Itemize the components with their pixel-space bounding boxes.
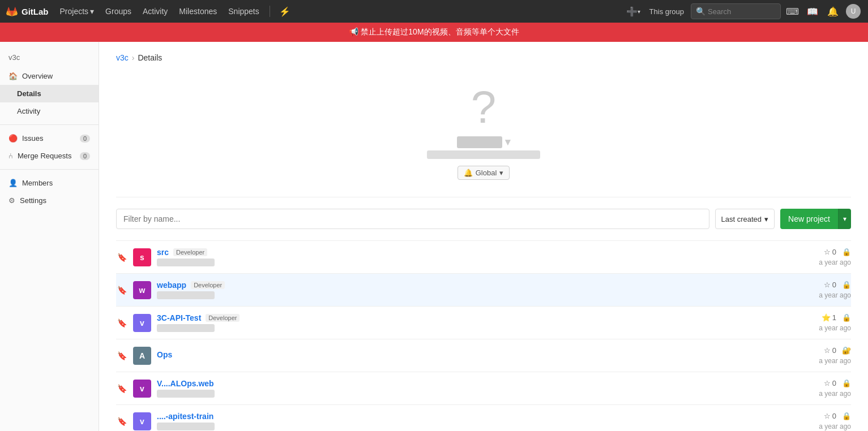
nav-activity[interactable]: Activity <box>137 0 173 23</box>
merge-badge: 0 <box>80 152 90 160</box>
nav-projects[interactable]: Projects ▾ <box>54 0 100 23</box>
star-count: 0 <box>832 248 836 256</box>
issues-badge: 0 <box>80 135 90 143</box>
notification-button[interactable]: 🔔 Global ▾ <box>457 166 510 180</box>
bookmark-icon[interactable]: 🔖 <box>116 318 127 327</box>
search-box[interactable]: 🔍 <box>691 3 781 19</box>
project-row[interactable]: 🔖 v ....-apitest-train ████████████ ☆ 0 … <box>116 405 851 431</box>
nav-snippets[interactable]: Snippets <box>223 0 264 23</box>
star-icon: ☆ <box>824 379 831 387</box>
bookmark-icon[interactable]: 🔖 <box>116 384 127 393</box>
settings-icon: ⚙ <box>8 196 15 205</box>
project-stats: ☆ 0 🔒 <box>824 412 851 420</box>
star-stat: ☆ 0 <box>824 281 836 289</box>
project-title: V....ALOps.web <box>157 379 777 388</box>
nav-avatar[interactable]: U <box>844 2 862 20</box>
nav-keyboard-icon[interactable]: ⌨ <box>783 2 801 20</box>
project-avatar: v <box>133 380 151 398</box>
star-icon: ⭐ <box>822 313 831 322</box>
project-time: a year ago <box>819 258 851 266</box>
nav-groups[interactable]: Groups <box>100 0 137 23</box>
project-role: Developer <box>191 281 225 289</box>
search-icon: 🔍 <box>696 7 705 16</box>
breadcrumb-separator: › <box>132 53 135 62</box>
star-icon: ☆ <box>824 346 831 355</box>
nav-lightning-icon[interactable]: ⚡ <box>275 6 295 17</box>
star-icon: ☆ <box>824 248 831 256</box>
project-stats: ⭐ 1 🔒 <box>822 313 851 322</box>
project-title: Ops <box>157 350 777 359</box>
chevron-down-icon: ▾ <box>499 169 503 177</box>
project-time: a year ago <box>819 324 851 332</box>
project-row[interactable]: 🔖 v V....ALOps.web ████████████ ☆ 0 🔒 a … <box>116 372 851 405</box>
nav-book-icon[interactable]: 📖 <box>803 2 822 20</box>
sidebar-item-details[interactable]: Details <box>0 85 99 102</box>
project-row[interactable]: 🔖 A Ops ☆ 0 🔐 a year ago <box>116 339 851 372</box>
bookmark-icon[interactable]: 🔖 <box>116 286 127 295</box>
project-info: V....ALOps.web ████████████ <box>157 379 777 398</box>
group-description: description text here <box>116 150 851 159</box>
project-role: Developer <box>206 314 240 322</box>
nav-notifications-icon[interactable]: 🔔 <box>824 2 842 20</box>
project-title: src Developer <box>157 248 777 257</box>
filter-input[interactable] <box>116 209 709 229</box>
project-time: a year ago <box>819 390 851 398</box>
bookmark-icon[interactable]: 🔖 <box>116 351 127 360</box>
sidebar-item-overview[interactable]: 🏠 Overview <box>0 67 99 85</box>
nav-add-button[interactable]: ➕ ▾ <box>625 2 643 20</box>
breadcrumb: v3c › Details <box>116 53 851 62</box>
project-row[interactable]: 🔖 s src Developer ████████████ ☆ 0 🔒 a y… <box>116 241 851 274</box>
sort-chevron-icon: ▾ <box>764 215 768 223</box>
project-name[interactable]: 3C-API-Test <box>157 313 201 322</box>
project-row[interactable]: 🔖 w webapp Developer ████████████ ☆ 0 🔒 … <box>116 274 851 307</box>
project-avatar: w <box>133 281 151 299</box>
project-name[interactable]: ....-apitest-train <box>157 412 213 421</box>
breadcrumb-parent[interactable]: v3c <box>116 53 129 62</box>
list-controls: Last created ▾ New project ▾ <box>116 209 851 229</box>
main-content: v3c › Details ? v3c ▾ description text h… <box>99 42 868 431</box>
home-icon: 🏠 <box>8 72 18 80</box>
project-meta: ☆ 0 🔐 a year ago <box>783 346 851 365</box>
star-icon: ☆ <box>824 281 831 289</box>
project-stats: ☆ 0 🔒 <box>824 248 851 256</box>
sidebar-members-label: Members <box>22 179 53 187</box>
question-mark-icon: ? <box>471 85 497 130</box>
gitlab-logo[interactable]: GitLab <box>6 5 49 18</box>
project-meta: ☆ 0 🔒 a year ago <box>783 248 851 266</box>
star-icon: ☆ <box>824 412 831 420</box>
project-stats: ☆ 0 🔒 <box>824 379 851 387</box>
sort-dropdown[interactable]: Last created ▾ <box>715 209 775 229</box>
sidebar-item-members[interactable]: 👤 Members <box>0 174 99 192</box>
breadcrumb-current: Details <box>138 53 162 62</box>
alert-message: 📢 禁止上传超过10M的视频、音频等单个大文件 <box>349 27 519 36</box>
project-name[interactable]: webapp <box>157 281 186 290</box>
nav-milestones[interactable]: Milestones <box>173 0 223 23</box>
new-project-dropdown-button[interactable]: ▾ <box>838 209 851 229</box>
project-name[interactable]: src <box>157 248 169 257</box>
project-role: Developer <box>173 248 207 256</box>
project-description: ████████████ <box>157 423 777 430</box>
project-description: ████████████ <box>157 324 777 332</box>
bookmark-icon[interactable]: 🔖 <box>116 417 127 426</box>
project-row[interactable]: 🔖 v 3C-API-Test Developer ████████████ ⭐… <box>116 307 851 339</box>
sidebar-item-settings[interactable]: ⚙ Settings <box>0 192 99 209</box>
bookmark-icon[interactable]: 🔖 <box>116 253 127 262</box>
bell-icon: 🔔 <box>464 169 473 177</box>
project-info: Ops <box>157 350 777 361</box>
project-info: 3C-API-Test Developer ████████████ <box>157 313 777 332</box>
sidebar-item-merge-requests[interactable]: ⑃ Merge Requests 0 <box>0 147 99 165</box>
visibility-icon: 🔒 <box>842 313 851 322</box>
search-input[interactable] <box>708 7 776 16</box>
project-name[interactable]: V....ALOps.web <box>157 379 214 388</box>
project-info: ....-apitest-train ████████████ <box>157 412 777 430</box>
project-name[interactable]: Ops <box>157 350 172 359</box>
project-desc-blurred: ████████████ <box>157 423 215 430</box>
project-avatar: v <box>133 412 151 430</box>
project-stats: ☆ 0 🔐 <box>824 346 851 355</box>
sidebar-item-activity[interactable]: Activity <box>0 102 99 120</box>
project-stats: ☆ 0 🔒 <box>824 281 851 289</box>
sidebar-item-issues[interactable]: 🔴 Issues 0 <box>0 130 99 147</box>
top-navigation: GitLab Projects ▾ Groups Activity Milest… <box>0 0 868 23</box>
new-project-main-button[interactable]: New project <box>780 209 838 229</box>
visibility-icon: 🔒 <box>842 379 851 387</box>
